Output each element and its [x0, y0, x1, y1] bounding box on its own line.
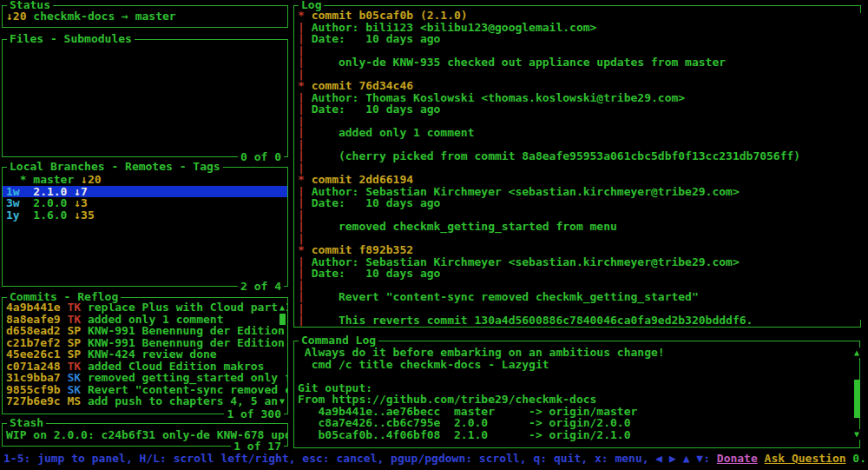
log-line: | — [294, 139, 860, 151]
panel-corner — [853, 320, 861, 328]
command-log-line: Git output: — [294, 382, 859, 394]
log-line: | — [294, 280, 860, 292]
log-panel-body: * commit b05caf0b (2.1.0)| Author: bili1… — [294, 6, 860, 327]
stash-panel[interactable]: Stash WIP on 2.0.0: c24b6f31 only-de KNW… — [2, 423, 288, 447]
log-line: | This reverts commit 130a4d5600886c7840… — [294, 314, 860, 327]
log-line: | — [294, 162, 860, 175]
log-panel[interactable]: Log * commit b05caf0b (2.1.0)| Author: b… — [293, 5, 860, 328]
branches-panel-body: * master ↓201w 2.1.0 ↓73w 2.0.0 ↓31y 1.6… — [3, 168, 287, 286]
log-line: | — [294, 303, 860, 315]
scroll-down-icon[interactable]: ▼ — [852, 429, 861, 440]
log-line: | Date: 10 days ago — [294, 197, 860, 209]
command-log-panel-title: Command Log — [299, 334, 378, 347]
command-log-panel[interactable]: Command Log Always do it before embarkin… — [293, 341, 860, 448]
text-segment: 1-5: jump to panel, H/L: scroll left/rig… — [3, 453, 717, 465]
text-segment: MS — [67, 394, 87, 407]
log-line: | — [294, 233, 860, 245]
command-log-line: b05caf0b..4f06bf08 2.1.0 -> origin/2.1.0 — [294, 429, 859, 441]
commits-panel[interactable]: Commits - Reflog 4a9b441e TK replace Plu… — [2, 297, 288, 414]
text-segment: ↓35 — [74, 209, 94, 222]
files-panel-body — [3, 40, 287, 156]
log-line: | — [294, 45, 860, 57]
commit-row[interactable]: 31c9bba7 SK removed getting_started only… — [3, 372, 287, 384]
scroll-up-icon[interactable]: ▲ — [278, 302, 286, 313]
text-segment: add push to chapters 4, 5 and 1 — [88, 394, 287, 407]
keybindings-line: 1-5: jump to panel, H/L: scroll left/rig… — [3, 453, 866, 465]
log-line: | Author: bili123 <bilibu123@googlemail.… — [294, 22, 860, 34]
command-log-line: c8a7e426..cb6c795e 2.0.0 -> origin/2.0.0 — [294, 417, 859, 429]
text-segment: cmd /c title checkmk-docs - Lazygit — [298, 358, 549, 371]
log-line: | Date: 10 days ago — [294, 33, 860, 45]
text-segment: 1.6.0 — [20, 209, 75, 222]
files-panel[interactable]: Files - Submodules 0 of 0 — [2, 39, 288, 157]
status-panel-title: Status — [7, 0, 53, 11]
scrollbar-thumb[interactable] — [279, 314, 286, 325]
text-segment: (cherry picked from commit 8a8eafe95953a… — [305, 149, 800, 162]
log-line: * commit 2dd66194 — [294, 174, 860, 186]
commit-row[interactable]: d658ead2 SP KNW-991 Benennung der Editio… — [3, 325, 287, 337]
commit-row[interactable]: 9855cf9b SK Revert "content-sync removed… — [3, 384, 287, 396]
log-line: * commit 76d34c46 — [294, 80, 860, 92]
text-segment: | — [298, 314, 305, 327]
log-line: | — [294, 209, 860, 222]
text-segment: 727b6e9c — [6, 394, 67, 407]
commit-row[interactable]: c071a248 TK added Cloud Edition makros — [3, 361, 287, 373]
status-panel[interactable]: Status ↓20 checkmk-docs → master — [2, 5, 288, 28]
log-line: | Revert "content-sync removed checkmk_g… — [294, 291, 860, 303]
log-line: | added only 1 comment — [294, 127, 860, 139]
log-line: | Author: Sebastian Kirchmeyer <sebastia… — [294, 256, 860, 268]
log-line: | (cherry picked from commit 8a8eafe9595… — [294, 150, 860, 162]
text-segment: Revert "content-sync removed checkmk_get… — [305, 290, 699, 303]
branches-count-label: 2 of 4 — [238, 281, 284, 293]
commit-row[interactable]: 8a8eafe9 TK added only 1 comment — [3, 314, 287, 326]
text-segment: Date: 10 days ago — [305, 32, 441, 45]
text-segment — [758, 453, 765, 465]
text-segment: b05caf0b..4f06bf08 2.1.0 -> origin/2.1.0 — [298, 428, 631, 441]
log-line: * commit b05caf0b (2.1.0) — [294, 10, 860, 22]
text-segment: checkmk-docs → master — [33, 10, 175, 23]
branch-row[interactable]: * master ↓20 — [3, 174, 287, 186]
scroll-up-icon[interactable]: ▲ — [852, 348, 861, 358]
branch-row[interactable]: 3w 2.0.0 ↓3 — [3, 197, 287, 209]
branch-row[interactable]: 1w 2.1.0 ↓7 — [3, 186, 287, 198]
branches-panel[interactable]: Local Branches - Remotes - Tags * master… — [2, 167, 288, 287]
stash-count-label: 1 of 17 — [231, 440, 284, 453]
branches-panel-title: Local Branches - Remotes - Tags — [7, 161, 223, 173]
ask-question-link[interactable]: Ask Question — [765, 453, 846, 465]
status-bar: 1-5: jump to panel, H/L: scroll left/rig… — [3, 453, 866, 467]
scroll-down-icon[interactable]: ▼ — [278, 396, 286, 407]
command-log-line: 4a9b441e..ae76becc master -> origin/mast… — [294, 406, 859, 418]
commits-panel-title: Commits - Reflog — [7, 291, 121, 303]
stash-panel-title: Stash — [7, 417, 46, 429]
log-line: | Author: Sebastian Kirchmeyer <sebastia… — [294, 186, 860, 198]
version-label: 0.36.0 — [852, 453, 866, 465]
text-segment: 1y — [6, 209, 20, 222]
log-line: | only-de KNW-935 checked out appliance … — [294, 56, 860, 69]
log-line: | Date: 10 days ago — [294, 103, 860, 116]
command-log-panel-body: Always do it before embarking on an ambi… — [294, 341, 859, 447]
status-line: ↓20 checkmk-docs → master — [3, 10, 287, 23]
text-segment: ↓20 — [6, 10, 33, 23]
command-log-line: From https://github.com/tribe29/checkmk-… — [294, 394, 859, 406]
log-line: | removed checkmk_getting_started from m… — [294, 221, 860, 233]
text-segment: Date: 10 days ago — [305, 103, 441, 116]
log-line: | — [294, 116, 860, 128]
commit-row[interactable]: 4a9b441e TK replace Plus with Cloud part… — [3, 301, 287, 314]
commits-panel-body: 4a9b441e TK replace Plus with Cloud part… — [3, 298, 287, 414]
donate-link[interactable]: Donate — [717, 453, 758, 465]
log-line: | — [294, 69, 860, 81]
commit-row[interactable]: c21b7ef2 SP KNW-991 Benennung der Editio… — [3, 337, 287, 349]
text-segment: only-de KNW-935 checked out appliance up… — [305, 56, 726, 69]
text-segment: Date: 10 days ago — [305, 196, 441, 209]
scrollbar-thumb[interactable] — [854, 380, 860, 418]
text-segment: Date: 10 days ago — [305, 267, 441, 280]
text-segment: removed checkmk_getting_started from men… — [305, 220, 617, 233]
log-line: * commit f892b352 — [294, 244, 860, 256]
text-segment: This reverts commit 130a4d5600886c784004… — [305, 314, 753, 327]
branch-row[interactable]: 1y 1.6.0 ↓35 — [3, 209, 287, 222]
commit-row[interactable]: 45ee26c1 SP KNW-424 review done — [3, 348, 287, 361]
log-line: | Author: Thomas Koslowski <thomas.koslo… — [294, 92, 860, 104]
files-panel-title: Files - Submodules — [7, 33, 135, 45]
panel-corner — [853, 5, 861, 13]
commit-row[interactable]: 727b6e9c MS add push to chapters 4, 5 an… — [3, 395, 287, 407]
